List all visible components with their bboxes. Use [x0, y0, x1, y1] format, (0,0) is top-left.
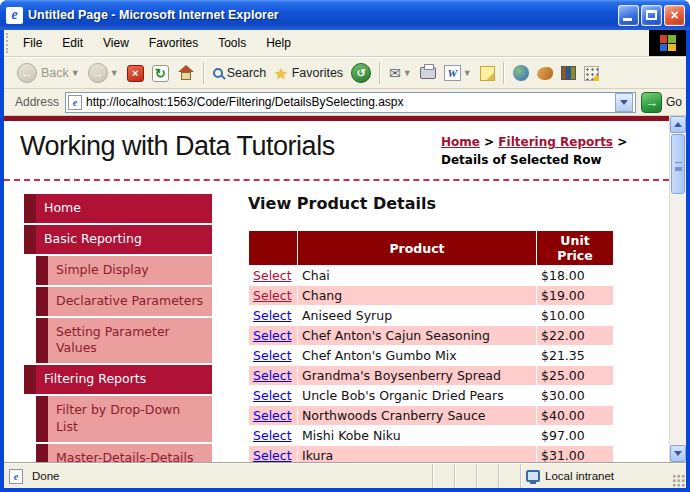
- menu-file[interactable]: File: [13, 32, 52, 54]
- sidebar-item-setting-parameter-values[interactable]: Setting Parameter Values: [36, 318, 212, 364]
- product-cell: Aniseed Syrup: [298, 306, 537, 326]
- go-button[interactable]: → Go: [641, 92, 682, 113]
- search-icon: [213, 68, 223, 78]
- breadcrumb-link-home[interactable]: Home: [441, 135, 480, 149]
- vertical-scrollbar[interactable]: [669, 116, 686, 462]
- zone-label: Local intranet: [545, 470, 614, 482]
- chevron-down-icon: ▼: [403, 68, 412, 78]
- menu-accent-strip: [36, 287, 48, 316]
- status-pane: [498, 464, 520, 488]
- home-button[interactable]: [173, 63, 199, 83]
- addon-globe-button[interactable]: [509, 63, 533, 83]
- menu-favorites[interactable]: Favorites: [139, 32, 208, 54]
- select-link[interactable]: Select: [253, 368, 292, 383]
- select-link[interactable]: Select: [253, 308, 292, 323]
- select-link[interactable]: Select: [253, 288, 292, 303]
- select-link[interactable]: Select: [253, 428, 292, 443]
- menu-tools[interactable]: Tools: [208, 32, 256, 54]
- status-text: Done: [32, 470, 60, 482]
- address-bar: Address e http://localhost:1563/Code/Fil…: [4, 89, 686, 116]
- sidebar-item-basic-reporting[interactable]: Basic Reporting: [24, 225, 212, 254]
- sidebar-item-master-details-details[interactable]: Master-Details-Details: [36, 444, 212, 462]
- address-url[interactable]: http://localhost:1563/Code/Filtering/Det…: [86, 95, 615, 109]
- close-button[interactable]: ×: [664, 5, 685, 26]
- edit-with-word-button[interactable]: W ▼: [440, 63, 476, 83]
- toolbar-grip[interactable]: [6, 33, 11, 53]
- forward-button[interactable]: → ▼: [84, 61, 123, 85]
- menu-bar: File Edit View Favorites Tools Help: [4, 30, 686, 57]
- table-header-row: Product Unit Price: [249, 231, 614, 266]
- select-link[interactable]: Select: [253, 448, 292, 462]
- product-cell: Uncle Bob's Organic Dried Pears: [298, 386, 537, 406]
- breadcrumb-separator: >: [613, 135, 627, 149]
- print-button[interactable]: [416, 65, 440, 81]
- mail-icon: ✉: [389, 66, 401, 80]
- scrollbar-thumb[interactable]: [671, 134, 685, 194]
- search-button[interactable]: Search: [209, 64, 271, 82]
- price-cell: $40.00: [537, 406, 614, 426]
- go-label: Go: [666, 95, 682, 109]
- menu-help[interactable]: Help: [256, 32, 301, 54]
- status-pane: [476, 464, 498, 488]
- menu-view[interactable]: View: [93, 32, 139, 54]
- status-pane: [454, 464, 476, 488]
- select-link[interactable]: Select: [253, 408, 292, 423]
- select-link[interactable]: Select: [253, 268, 292, 283]
- address-input[interactable]: e http://localhost:1563/Code/Filtering/D…: [65, 92, 636, 113]
- addon-messenger-button[interactable]: [533, 65, 557, 82]
- price-column-header: Unit Price: [537, 231, 614, 266]
- word-icon: W: [444, 65, 461, 81]
- page-viewport: Working with Data Tutorials Home > Filte…: [4, 116, 686, 462]
- toolbar-separator: [379, 62, 381, 84]
- addon-grid-button[interactable]: [580, 64, 603, 83]
- menu-accent-strip: [36, 318, 48, 364]
- refresh-button[interactable]: ↻: [148, 63, 173, 84]
- maximize-button[interactable]: [641, 5, 662, 26]
- price-cell: $22.00: [537, 326, 614, 346]
- minimize-button[interactable]: [618, 5, 639, 26]
- sidebar-item-filtering-reports[interactable]: Filtering Reports: [24, 365, 212, 394]
- sidebar-item-home[interactable]: Home: [24, 194, 212, 223]
- sidebar-item-filter-by-dropdown-list[interactable]: Filter by Drop-Down List: [36, 396, 212, 442]
- back-button[interactable]: ← Back ▼: [13, 61, 84, 85]
- home-icon: [177, 65, 195, 81]
- scroll-up-button[interactable]: [670, 116, 686, 133]
- sidebar-item-label: Setting Parameter Values: [48, 318, 212, 364]
- scrollbar-track[interactable]: [670, 133, 686, 445]
- go-arrow-icon: →: [641, 92, 662, 113]
- favorites-label: Favorites: [292, 66, 343, 80]
- menu-edit[interactable]: Edit: [52, 32, 93, 54]
- favorites-button[interactable]: ★ Favorites: [270, 64, 347, 83]
- stop-button[interactable]: ×: [123, 63, 148, 84]
- select-link[interactable]: Select: [253, 388, 292, 403]
- notes-button[interactable]: [476, 64, 499, 83]
- status-pane: [432, 464, 454, 488]
- star-icon: ★: [274, 66, 287, 81]
- product-cell: Grandma's Boysenberry Spread: [298, 366, 537, 386]
- security-zone: Local intranet: [520, 464, 672, 488]
- address-dropdown-button[interactable]: [615, 93, 633, 112]
- resize-grip[interactable]: [672, 474, 685, 487]
- main-content: View Product Details Product Unit Price …: [212, 181, 669, 462]
- price-cell: $10.00: [537, 306, 614, 326]
- addon-research-button[interactable]: [557, 64, 580, 82]
- chevron-down-icon: ▼: [110, 68, 119, 78]
- scroll-down-button[interactable]: [670, 445, 686, 462]
- back-icon: ←: [17, 63, 37, 83]
- table-row: SelectChai$18.00: [249, 266, 614, 286]
- forward-icon: →: [88, 63, 108, 83]
- history-button[interactable]: ↺: [347, 61, 375, 85]
- title-bar[interactable]: e Untitled Page - Microsoft Internet Exp…: [0, 0, 690, 30]
- mail-button[interactable]: ✉ ▼: [385, 64, 416, 82]
- sidebar-item-simple-display[interactable]: Simple Display: [36, 256, 212, 285]
- sidebar-item-declarative-parameters[interactable]: Declarative Parameters: [36, 287, 212, 316]
- select-link[interactable]: Select: [253, 348, 292, 363]
- select-link[interactable]: Select: [253, 328, 292, 343]
- print-icon: [420, 67, 436, 79]
- product-cell: Chef Anton's Gumbo Mix: [298, 346, 537, 366]
- stop-icon: ×: [127, 65, 144, 82]
- breadcrumb-separator: >: [480, 135, 498, 149]
- page-header: Working with Data Tutorials Home > Filte…: [4, 121, 669, 181]
- breadcrumb-link-filtering-reports[interactable]: Filtering Reports: [498, 135, 613, 149]
- chevron-down-icon: ▼: [463, 68, 472, 78]
